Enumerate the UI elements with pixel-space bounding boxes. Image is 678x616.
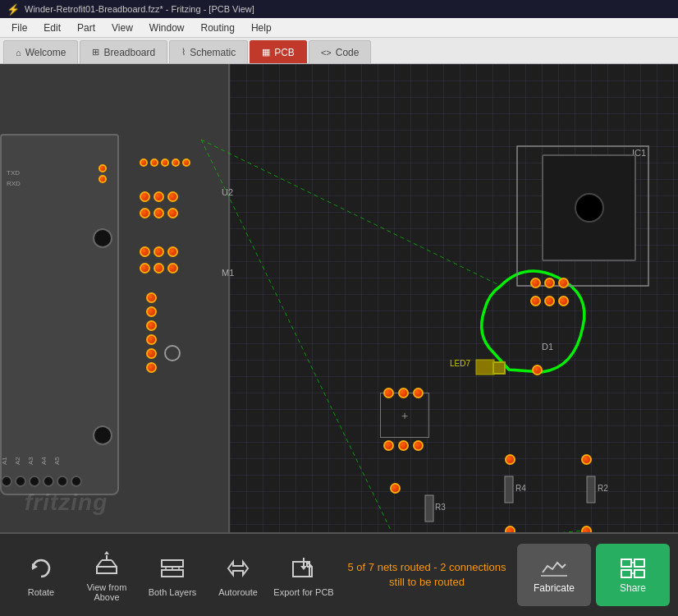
pad <box>172 159 180 167</box>
svg-line-34 <box>97 560 102 567</box>
led7-square-pad <box>492 361 506 375</box>
pad <box>413 388 424 398</box>
pad <box>153 208 164 218</box>
menu-edit[interactable]: Edit <box>35 21 69 35</box>
fritzing-logo: fritzing <box>25 490 108 516</box>
tab-breadboard[interactable]: ⊞ Breadboard <box>80 40 167 63</box>
layers-icon <box>157 553 188 584</box>
fabricate-button[interactable]: Fabricate <box>517 544 591 606</box>
r2-pad-top <box>581 454 592 465</box>
tab-pcb[interactable]: ▦ PCB <box>250 40 307 63</box>
u2-pads-row2 <box>140 208 178 218</box>
menu-file[interactable]: File <box>3 21 35 35</box>
tab-welcome[interactable]: ⌂ Welcome <box>3 40 78 63</box>
svg-rect-39 <box>162 560 183 567</box>
pad <box>383 388 394 398</box>
pad <box>383 440 394 451</box>
r3-pad-top <box>390 483 401 494</box>
view-icon <box>91 548 122 579</box>
svg-line-0 <box>201 140 501 286</box>
pad <box>558 278 569 288</box>
menu-routing[interactable]: Routing <box>193 21 243 35</box>
pad <box>150 159 158 167</box>
svg-rect-51 <box>621 570 631 577</box>
schematic-icon: ⌇ <box>181 47 186 57</box>
pad <box>153 191 164 202</box>
svg-rect-52 <box>634 570 644 577</box>
pad <box>146 306 157 317</box>
rotate-button[interactable]: Rotate <box>8 542 74 608</box>
svg-rect-9 <box>587 476 595 503</box>
export-icon <box>288 553 319 584</box>
led7-pad <box>492 361 506 375</box>
menu-part[interactable]: Part <box>69 21 103 35</box>
menu-help[interactable]: Help <box>243 21 280 35</box>
fabricate-label: Fabricate <box>534 582 575 594</box>
autoroute-icon <box>222 553 254 584</box>
code-icon: <> <box>321 48 332 57</box>
svg-rect-50 <box>634 559 644 567</box>
routing-status: 5 of 7 nets routed - 2 connections still… <box>337 560 517 590</box>
pad <box>98 175 107 183</box>
ic1-circle-mark <box>575 193 604 223</box>
pad <box>146 292 157 303</box>
top-pads-row <box>140 159 190 167</box>
pad <box>530 296 541 306</box>
svg-line-1 <box>201 140 400 532</box>
menu-view[interactable]: View <box>103 21 141 35</box>
welcome-icon: ⌂ <box>16 48 21 57</box>
share-icon <box>620 556 646 579</box>
pad <box>153 246 164 257</box>
tab-code[interactable]: <> Code <box>309 40 372 63</box>
autoroute-button[interactable]: Autoroute <box>205 542 271 608</box>
arduino-board <box>0 134 119 495</box>
export-pcb-button[interactable]: Export for PCB <box>271 542 337 608</box>
r4-pad-top <box>505 454 515 465</box>
tab-schematic[interactable]: ⌇ Schematic <box>169 40 248 63</box>
pcb-canvas[interactable]: LED7 R3 R4 R2 IC1 D1 U2 M1 A1 A2 A3 A4 A… <box>0 64 678 532</box>
svg-text:D1: D1 <box>542 342 553 352</box>
pad <box>398 388 409 398</box>
pad <box>167 263 178 274</box>
ic1-chip-body <box>542 154 636 261</box>
pad <box>161 159 169 167</box>
pad <box>530 278 541 288</box>
svg-rect-5 <box>425 495 433 522</box>
pad <box>140 208 150 218</box>
svg-marker-48 <box>300 566 307 570</box>
ic1-pads-row1 <box>530 278 569 288</box>
svg-marker-38 <box>104 551 109 554</box>
title-bar: ⚡ Winder-Retrofit01-Breadboard.fzz* - Fr… <box>0 0 678 18</box>
pad <box>544 296 555 306</box>
svg-line-35 <box>112 560 117 567</box>
ic1-pads-row2 <box>530 296 569 306</box>
share-label: Share <box>620 582 646 594</box>
m1-pads-row1 <box>140 246 178 257</box>
share-button[interactable]: Share <box>596 544 670 606</box>
pad <box>413 440 424 451</box>
svg-text:LED7: LED7 <box>450 359 470 368</box>
both-layers-button[interactable]: Both Layers <box>140 542 205 608</box>
svg-rect-7 <box>505 476 513 503</box>
pad <box>146 334 157 345</box>
svg-rect-33 <box>97 567 117 573</box>
pad <box>140 263 150 274</box>
pad <box>182 159 190 167</box>
pad <box>167 208 178 218</box>
pad <box>146 362 157 373</box>
r2-pad-bottom <box>581 526 592 532</box>
m1-pads-row2 <box>140 263 178 274</box>
pad <box>167 191 178 202</box>
svg-text:R2: R2 <box>598 484 608 493</box>
window-title: Winder-Retrofit01-Breadboard.fzz* - Frit… <box>25 4 254 14</box>
menu-window[interactable]: Window <box>141 21 193 35</box>
pad <box>558 296 569 306</box>
d1-pad <box>532 365 543 375</box>
center-comp-outline: + <box>380 393 429 438</box>
svg-rect-49 <box>621 559 631 567</box>
breadboard-icon: ⊞ <box>92 47 99 57</box>
rotate-icon <box>25 553 57 584</box>
pad <box>398 440 409 451</box>
svg-rect-40 <box>162 570 183 577</box>
view-from-above-button[interactable]: View from Above <box>74 542 140 608</box>
